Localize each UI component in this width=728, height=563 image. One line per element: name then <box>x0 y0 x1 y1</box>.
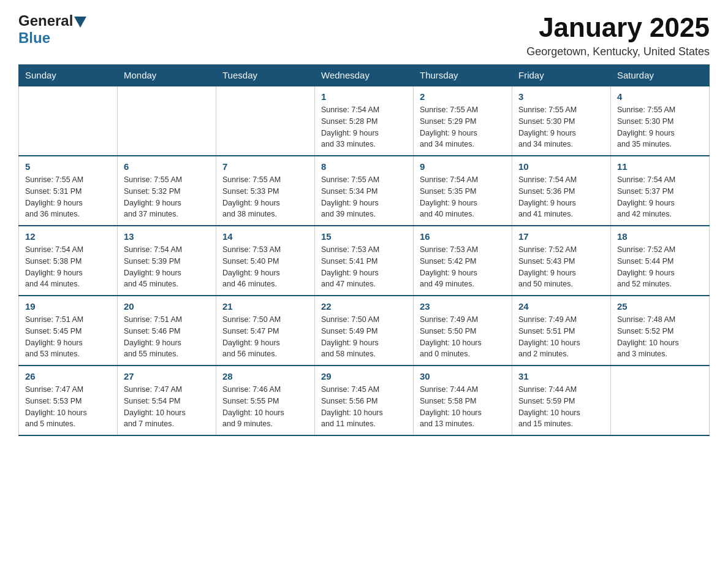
day-info: Sunrise: 7:54 AM Sunset: 5:36 PM Dayligh… <box>518 174 604 220</box>
calendar-cell: 6Sunrise: 7:55 AM Sunset: 5:32 PM Daylig… <box>118 156 216 226</box>
calendar-header-row: Sunday Monday Tuesday Wednesday Thursday… <box>19 65 710 86</box>
calendar-cell: 28Sunrise: 7:46 AM Sunset: 5:55 PM Dayli… <box>216 366 315 435</box>
calendar-cell: 25Sunrise: 7:48 AM Sunset: 5:52 PM Dayli… <box>611 296 710 366</box>
month-title: January 2025 <box>526 12 710 43</box>
day-number: 24 <box>518 301 604 312</box>
day-number: 25 <box>617 301 703 312</box>
day-number: 13 <box>124 231 210 242</box>
day-number: 23 <box>420 301 506 312</box>
day-number: 10 <box>518 161 604 172</box>
day-info: Sunrise: 7:55 AM Sunset: 5:30 PM Dayligh… <box>617 104 703 150</box>
calendar-cell: 18Sunrise: 7:52 AM Sunset: 5:44 PM Dayli… <box>611 226 710 296</box>
calendar-cell <box>19 86 118 156</box>
location-title: Georgetown, Kentucky, United States <box>526 45 710 58</box>
day-number: 21 <box>222 301 308 312</box>
logo-general-text: General <box>18 12 73 29</box>
day-info: Sunrise: 7:47 AM Sunset: 5:53 PM Dayligh… <box>25 384 111 430</box>
calendar-cell: 17Sunrise: 7:52 AM Sunset: 5:43 PM Dayli… <box>512 226 611 296</box>
calendar-cell <box>611 366 710 435</box>
calendar-cell: 2Sunrise: 7:55 AM Sunset: 5:29 PM Daylig… <box>414 86 512 156</box>
calendar-cell: 11Sunrise: 7:54 AM Sunset: 5:37 PM Dayli… <box>611 156 710 226</box>
calendar-cell: 14Sunrise: 7:53 AM Sunset: 5:40 PM Dayli… <box>216 226 315 296</box>
week-row-2: 5Sunrise: 7:55 AM Sunset: 5:31 PM Daylig… <box>19 156 710 226</box>
calendar-cell: 4Sunrise: 7:55 AM Sunset: 5:30 PM Daylig… <box>611 86 710 156</box>
calendar-cell: 29Sunrise: 7:45 AM Sunset: 5:56 PM Dayli… <box>315 366 414 435</box>
calendar-table: Sunday Monday Tuesday Wednesday Thursday… <box>18 64 710 436</box>
day-number: 28 <box>222 371 308 381</box>
day-info: Sunrise: 7:48 AM Sunset: 5:52 PM Dayligh… <box>617 314 703 360</box>
day-info: Sunrise: 7:52 AM Sunset: 5:44 PM Dayligh… <box>617 244 703 290</box>
day-info: Sunrise: 7:55 AM Sunset: 5:32 PM Dayligh… <box>124 174 210 220</box>
day-number: 30 <box>420 371 506 381</box>
page-header: General Blue January 2025 Georgetown, Ke… <box>18 12 710 58</box>
day-info: Sunrise: 7:54 AM Sunset: 5:38 PM Dayligh… <box>25 244 111 290</box>
day-number: 12 <box>25 231 111 242</box>
week-row-4: 19Sunrise: 7:51 AM Sunset: 5:45 PM Dayli… <box>19 296 710 366</box>
day-number: 2 <box>420 91 506 102</box>
day-info: Sunrise: 7:53 AM Sunset: 5:41 PM Dayligh… <box>321 244 407 290</box>
day-number: 15 <box>321 231 407 242</box>
day-number: 5 <box>25 161 111 172</box>
day-info: Sunrise: 7:44 AM Sunset: 5:59 PM Dayligh… <box>518 384 604 430</box>
day-number: 19 <box>25 301 111 312</box>
col-tuesday: Tuesday <box>216 65 315 86</box>
calendar-cell: 30Sunrise: 7:44 AM Sunset: 5:58 PM Dayli… <box>414 366 512 435</box>
day-number: 1 <box>321 91 407 102</box>
day-number: 7 <box>222 161 308 172</box>
day-info: Sunrise: 7:55 AM Sunset: 5:31 PM Dayligh… <box>25 174 111 220</box>
day-number: 20 <box>124 301 210 312</box>
day-info: Sunrise: 7:54 AM Sunset: 5:28 PM Dayligh… <box>321 104 407 150</box>
day-info: Sunrise: 7:51 AM Sunset: 5:46 PM Dayligh… <box>124 314 210 360</box>
day-number: 11 <box>617 161 703 172</box>
logo-triangle-icon <box>74 17 86 28</box>
calendar-cell: 13Sunrise: 7:54 AM Sunset: 5:39 PM Dayli… <box>118 226 216 296</box>
day-number: 16 <box>420 231 506 242</box>
day-number: 4 <box>617 91 703 102</box>
day-info: Sunrise: 7:49 AM Sunset: 5:50 PM Dayligh… <box>420 314 506 360</box>
day-info: Sunrise: 7:44 AM Sunset: 5:58 PM Dayligh… <box>420 384 506 430</box>
day-info: Sunrise: 7:49 AM Sunset: 5:51 PM Dayligh… <box>518 314 604 360</box>
calendar-cell: 20Sunrise: 7:51 AM Sunset: 5:46 PM Dayli… <box>118 296 216 366</box>
calendar-cell: 9Sunrise: 7:54 AM Sunset: 5:35 PM Daylig… <box>414 156 512 226</box>
day-number: 6 <box>124 161 210 172</box>
day-info: Sunrise: 7:50 AM Sunset: 5:47 PM Dayligh… <box>222 314 308 360</box>
col-sunday: Sunday <box>19 65 118 86</box>
col-monday: Monday <box>118 65 216 86</box>
col-friday: Friday <box>512 65 611 86</box>
day-number: 14 <box>222 231 308 242</box>
calendar-cell: 3Sunrise: 7:55 AM Sunset: 5:30 PM Daylig… <box>512 86 611 156</box>
day-info: Sunrise: 7:53 AM Sunset: 5:40 PM Dayligh… <box>222 244 308 290</box>
day-info: Sunrise: 7:50 AM Sunset: 5:49 PM Dayligh… <box>321 314 407 360</box>
calendar-cell: 27Sunrise: 7:47 AM Sunset: 5:54 PM Dayli… <box>118 366 216 435</box>
day-number: 29 <box>321 371 407 381</box>
logo: General Blue <box>18 12 86 47</box>
day-info: Sunrise: 7:54 AM Sunset: 5:37 PM Dayligh… <box>617 174 703 220</box>
calendar-cell: 31Sunrise: 7:44 AM Sunset: 5:59 PM Dayli… <box>512 366 611 435</box>
week-row-5: 26Sunrise: 7:47 AM Sunset: 5:53 PM Dayli… <box>19 366 710 435</box>
calendar-cell: 21Sunrise: 7:50 AM Sunset: 5:47 PM Dayli… <box>216 296 315 366</box>
logo-blue-text: Blue <box>18 29 50 46</box>
week-row-1: 1Sunrise: 7:54 AM Sunset: 5:28 PM Daylig… <box>19 86 710 156</box>
day-info: Sunrise: 7:47 AM Sunset: 5:54 PM Dayligh… <box>124 384 210 430</box>
day-info: Sunrise: 7:55 AM Sunset: 5:30 PM Dayligh… <box>518 104 604 150</box>
day-info: Sunrise: 7:54 AM Sunset: 5:35 PM Dayligh… <box>420 174 506 220</box>
title-block: January 2025 Georgetown, Kentucky, Unite… <box>526 12 710 58</box>
col-saturday: Saturday <box>611 65 710 86</box>
day-number: 18 <box>617 231 703 242</box>
calendar-cell: 7Sunrise: 7:55 AM Sunset: 5:33 PM Daylig… <box>216 156 315 226</box>
day-number: 3 <box>518 91 604 102</box>
calendar-cell: 23Sunrise: 7:49 AM Sunset: 5:50 PM Dayli… <box>414 296 512 366</box>
day-info: Sunrise: 7:52 AM Sunset: 5:43 PM Dayligh… <box>518 244 604 290</box>
calendar-cell: 19Sunrise: 7:51 AM Sunset: 5:45 PM Dayli… <box>19 296 118 366</box>
day-number: 22 <box>321 301 407 312</box>
calendar-cell <box>216 86 315 156</box>
calendar-cell: 15Sunrise: 7:53 AM Sunset: 5:41 PM Dayli… <box>315 226 414 296</box>
calendar-cell: 10Sunrise: 7:54 AM Sunset: 5:36 PM Dayli… <box>512 156 611 226</box>
col-thursday: Thursday <box>414 65 512 86</box>
week-row-3: 12Sunrise: 7:54 AM Sunset: 5:38 PM Dayli… <box>19 226 710 296</box>
day-info: Sunrise: 7:55 AM Sunset: 5:34 PM Dayligh… <box>321 174 407 220</box>
calendar-cell: 5Sunrise: 7:55 AM Sunset: 5:31 PM Daylig… <box>19 156 118 226</box>
day-number: 17 <box>518 231 604 242</box>
day-info: Sunrise: 7:53 AM Sunset: 5:42 PM Dayligh… <box>420 244 506 290</box>
day-info: Sunrise: 7:51 AM Sunset: 5:45 PM Dayligh… <box>25 314 111 360</box>
